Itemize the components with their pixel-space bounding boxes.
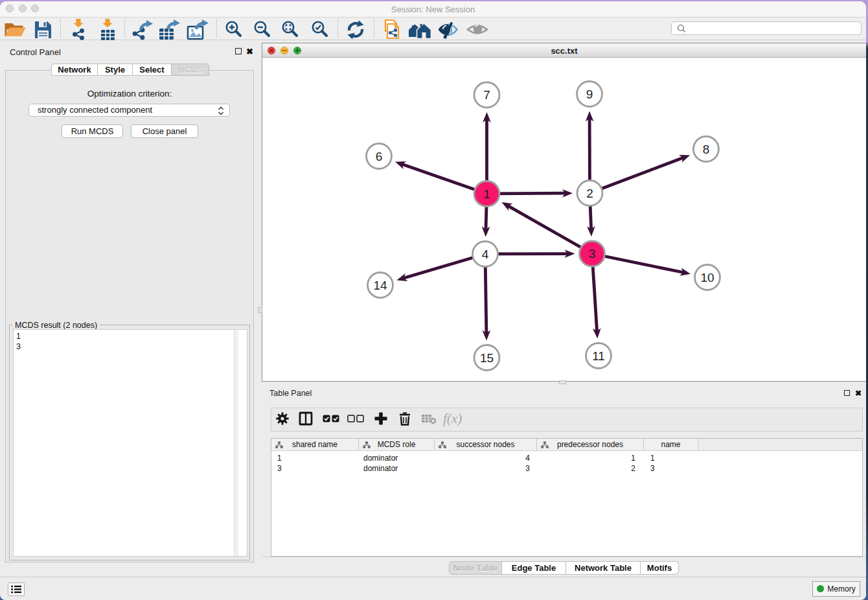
svg-text:10: 10: [700, 271, 714, 284]
svg-text:8: 8: [703, 143, 710, 156]
svg-text:9: 9: [586, 87, 593, 101]
svg-text:4: 4: [482, 248, 489, 261]
svg-text:3: 3: [589, 247, 596, 260]
svg-text:11: 11: [592, 349, 605, 363]
svg-text:1: 1: [483, 187, 490, 201]
svg-text:6: 6: [376, 150, 383, 163]
svg-text:2: 2: [586, 187, 593, 200]
svg-text:7: 7: [483, 88, 490, 102]
svg-text:14: 14: [373, 279, 387, 292]
svg-text:15: 15: [480, 351, 494, 365]
